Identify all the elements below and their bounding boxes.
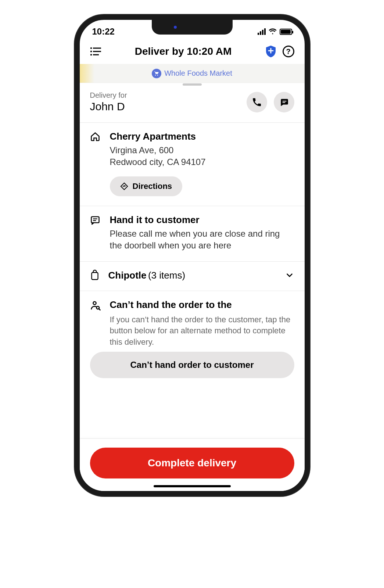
phone-frame: 10:22 Deliver by 10:20 AM ? — [75, 15, 310, 496]
svg-point-2 — [90, 51, 91, 52]
alternate-body: If you can’t hand the order to the custo… — [110, 314, 294, 348]
customer-section: Delivery for John D — [80, 83, 305, 123]
cellular-icon — [258, 28, 266, 35]
note-icon — [90, 214, 101, 252]
directions-icon — [120, 182, 128, 190]
complete-delivery-label: Complete delivery — [148, 457, 236, 469]
svg-line-14 — [99, 309, 100, 310]
complete-delivery-button[interactable]: Complete delivery — [90, 448, 294, 478]
svg-rect-8 — [91, 216, 99, 222]
sheet-drag-handle[interactable] — [183, 83, 202, 86]
customer-name: John D — [90, 100, 127, 113]
chat-icon — [279, 97, 289, 107]
instructions-body: Please call me when you are close and ri… — [110, 228, 294, 252]
cant-hand-order-button[interactable]: Can’t hand order to customer — [90, 352, 294, 378]
app-bar: Deliver by 10:20 AM ? — [80, 39, 305, 64]
menu-icon[interactable] — [90, 47, 101, 56]
person-search-icon — [90, 299, 101, 348]
svg-rect-1 — [93, 48, 101, 49]
svg-rect-7 — [282, 102, 285, 103]
customer-label: Delivery for — [90, 91, 127, 100]
svg-rect-11 — [91, 273, 98, 280]
item-count: (3 items) — [148, 270, 185, 281]
bag-icon — [90, 270, 100, 281]
directions-label: Directions — [133, 182, 172, 191]
merchant-name: Chipotle — [108, 270, 147, 281]
svg-rect-5 — [93, 54, 99, 55]
alternate-heading: Can’t hand the order to the — [110, 299, 294, 311]
footer: Complete delivery — [80, 439, 305, 491]
map-poi-label: Whole Foods Market — [164, 69, 232, 78]
directions-button[interactable]: Directions — [110, 176, 183, 196]
cart-icon — [152, 69, 161, 78]
svg-rect-6 — [282, 101, 286, 101]
phone-icon — [252, 97, 262, 107]
status-time: 10:22 — [92, 26, 115, 37]
svg-point-0 — [90, 47, 91, 49]
address-name: Cherry Apartments — [110, 131, 294, 142]
battery-icon — [280, 29, 292, 35]
notch — [152, 20, 233, 35]
svg-point-12 — [93, 301, 96, 304]
call-button[interactable] — [247, 92, 267, 112]
safety-shield-icon[interactable] — [266, 46, 276, 57]
instructions-section: Hand it to customer Please call me when … — [80, 206, 305, 262]
cant-hand-order-label: Can’t hand order to customer — [130, 360, 254, 370]
alternate-section: Can’t hand the order to the If you can’t… — [80, 291, 305, 352]
wifi-icon — [269, 28, 277, 36]
svg-point-4 — [90, 54, 91, 55]
address-section: Cherry Apartments Virgina Ave, 600 Redwo… — [80, 123, 305, 206]
instructions-heading: Hand it to customer — [110, 214, 294, 226]
address-line1: Virgina Ave, 600 — [110, 144, 294, 156]
message-button[interactable] — [274, 92, 294, 112]
home-indicator[interactable] — [154, 485, 231, 487]
order-section[interactable]: Chipotle (3 items) — [80, 262, 305, 291]
chevron-down-icon — [285, 270, 294, 280]
app-bar-title: Deliver by 10:20 AM — [135, 46, 232, 57]
map-preview[interactable]: Whole Foods Market — [80, 64, 305, 83]
home-icon — [90, 131, 101, 196]
svg-rect-3 — [93, 51, 101, 52]
address-line2: Redwood city, CA 94107 — [110, 156, 294, 168]
help-icon[interactable]: ? — [283, 46, 294, 57]
